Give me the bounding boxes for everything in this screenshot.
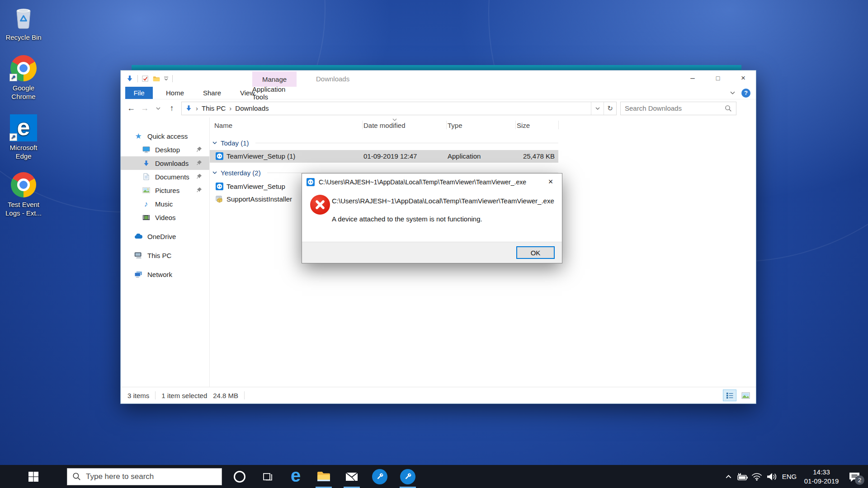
tab-home[interactable]: Home <box>156 87 193 99</box>
taskbar-clock[interactable]: 14:33 01-09-2019 <box>799 465 844 488</box>
sidebar-item-label: Videos <box>155 214 176 221</box>
sidebar-item-label: Music <box>155 200 173 208</box>
maximize-button[interactable]: □ <box>705 70 731 86</box>
sidebar-item-desktop[interactable]: Desktop <box>121 143 209 156</box>
group-header-today[interactable]: Today (1) <box>212 137 558 148</box>
column-header-size[interactable]: Size <box>517 117 530 132</box>
taskbar-search-box[interactable] <box>67 468 222 485</box>
pin-icon <box>196 187 202 193</box>
group-label: Yesterday (2) <box>221 169 261 177</box>
dialog-close-button[interactable]: × <box>539 174 562 190</box>
system-tray: ENG 14:33 01-09-2019 2 <box>722 465 865 488</box>
wifi-icon[interactable] <box>750 465 764 488</box>
status-selected-count: 1 item selected <box>161 392 207 399</box>
customize-qat-button[interactable] <box>164 77 168 81</box>
sidebar-item-documents[interactable]: Documents <box>121 170 209 183</box>
sidebar-item-quick-access[interactable]: ★ Quick access <box>121 129 209 143</box>
address-bar[interactable]: › This PC › Downloads ↻ <box>181 102 617 115</box>
taskbar-supportassist-button[interactable] <box>369 465 390 488</box>
details-view-button[interactable] <box>723 389 736 401</box>
up-button[interactable]: ↑ <box>165 102 179 115</box>
documents-icon <box>142 173 150 180</box>
volume-icon[interactable] <box>764 465 779 488</box>
qat-separator <box>172 75 173 82</box>
sidebar-item-downloads[interactable]: Downloads <box>121 156 209 170</box>
column-header-date-modified[interactable]: Date modified <box>363 117 406 132</box>
desktop-icon-google-chrome[interactable]: ↗ Google Chrome <box>2 54 45 101</box>
start-button[interactable] <box>0 465 67 488</box>
battery-charging-icon[interactable] <box>735 465 750 488</box>
file-row-teamviewer-setup-1[interactable]: TeamViewer_Setup (1) 01-09-2019 12:47 Ap… <box>210 150 558 163</box>
desktop-icon-recycle-bin[interactable]: Recycle Bin <box>2 4 45 42</box>
downloads-icon <box>142 160 150 167</box>
breadcrumb-downloads[interactable]: Downloads <box>235 104 269 112</box>
properties-icon[interactable] <box>142 75 149 82</box>
quick-access-toolbar <box>126 70 173 87</box>
search-input[interactable] <box>625 104 725 112</box>
pin-icon <box>196 160 202 166</box>
taskbar-supportassist-button-2[interactable] <box>397 465 418 488</box>
breadcrumb-this-pc[interactable]: This PC <box>202 104 226 112</box>
search-box[interactable] <box>620 102 736 115</box>
cortana-icon <box>234 471 245 483</box>
group-label: Today (1) <box>221 139 249 147</box>
sidebar-item-music[interactable]: ♪ Music <box>121 197 209 211</box>
minimize-button[interactable]: – <box>680 70 705 86</box>
desktop-folder-icon <box>142 146 150 153</box>
breadcrumb-separator: › <box>229 104 231 112</box>
refresh-button[interactable]: ↻ <box>604 102 616 115</box>
desktop-icon-label: Test Event Logs - Ext... <box>2 201 45 218</box>
recycle-bin-icon <box>12 5 35 30</box>
recent-locations-icon[interactable] <box>151 102 165 115</box>
edge-icon: e <box>291 466 301 484</box>
back-button[interactable]: ← <box>124 102 138 115</box>
clock-time: 14:33 <box>804 468 839 477</box>
videos-icon <box>142 215 150 221</box>
tab-share[interactable]: Share <box>193 87 231 99</box>
sidebar-item-videos[interactable]: Videos <box>121 211 209 224</box>
expand-ribbon-icon[interactable] <box>730 91 735 94</box>
windows-logo-icon <box>28 471 39 482</box>
installer-file-icon <box>216 195 223 203</box>
ok-button[interactable]: OK <box>516 246 555 259</box>
close-button[interactable]: × <box>731 70 756 86</box>
network-icon <box>134 271 142 277</box>
onedrive-cloud-icon <box>134 234 142 239</box>
action-center-button[interactable]: 2 <box>844 465 865 488</box>
status-items-count: 3 items <box>127 392 149 399</box>
help-icon[interactable]: ? <box>741 89 750 98</box>
column-header-name[interactable]: Name <box>214 117 232 132</box>
large-icons-view-button[interactable] <box>739 389 752 401</box>
tab-file[interactable]: File <box>125 87 153 99</box>
language-indicator[interactable]: ENG <box>779 465 799 488</box>
desktop-icon-label: Microsoft Edge <box>2 144 45 161</box>
column-header-type[interactable]: Type <box>448 117 462 132</box>
taskbar-file-explorer-button[interactable] <box>313 465 334 488</box>
taskbar-mail-button[interactable] <box>341 465 362 488</box>
cortana-button[interactable] <box>229 465 250 488</box>
task-view-button[interactable] <box>257 465 278 488</box>
taskbar-search-input[interactable] <box>86 472 217 481</box>
pictures-icon <box>142 187 150 193</box>
tab-application-tools[interactable]: Application Tools <box>252 87 297 99</box>
desktop-icon-microsoft-edge[interactable]: e ↗ Microsoft Edge <box>2 114 45 161</box>
sidebar-item-this-pc[interactable]: This PC <box>121 249 209 262</box>
search-icon[interactable] <box>725 105 732 112</box>
chrome-shortcut-icon <box>11 172 36 197</box>
error-icon <box>310 195 330 215</box>
dialog-titlebar: C:\Users\RAJESH~1\AppData\Local\Temp\Tea… <box>302 174 562 190</box>
forward-button[interactable]: → <box>138 102 151 115</box>
tab-manage[interactable]: Manage <box>252 71 297 87</box>
taskbar-edge-button[interactable]: e <box>285 465 306 488</box>
sidebar-item-onedrive[interactable]: OneDrive <box>121 230 209 243</box>
explorer-titlebar: Manage Downloads – □ × <box>121 70 756 87</box>
new-folder-icon[interactable] <box>153 76 160 82</box>
wrench-icon <box>372 469 387 484</box>
sidebar-item-network[interactable]: Network <box>121 267 209 281</box>
qat-separator <box>137 75 138 82</box>
file-size: 25,478 KB <box>508 152 555 160</box>
desktop-icon-test-event-logs[interactable]: Test Event Logs - Ext... <box>2 171 45 218</box>
sidebar-item-pictures[interactable]: Pictures <box>121 183 209 197</box>
address-dropdown-icon[interactable] <box>591 102 604 115</box>
tray-expand-button[interactable] <box>722 465 735 488</box>
